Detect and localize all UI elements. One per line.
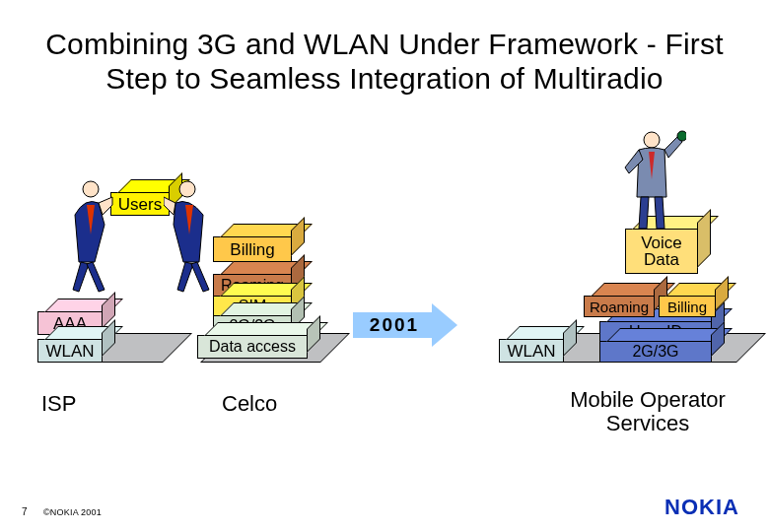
svg-point-0 <box>83 181 99 197</box>
person-isp <box>55 175 114 294</box>
copyright: ©NOKIA 2001 <box>43 507 102 517</box>
block-data-access: Data access <box>197 335 308 359</box>
title-line2: Step to Seamless Integration of Multirad… <box>105 62 663 95</box>
label-data-access: Data access <box>198 336 307 358</box>
svg-point-2 <box>179 181 195 197</box>
label-roaming-right: Roaming <box>585 297 654 316</box>
label-billing: Billing <box>214 237 291 261</box>
label-isp-caption: ISP <box>41 392 76 416</box>
person-mobile-operator <box>617 128 686 236</box>
label-2g3g-right: 2G/3G <box>600 342 711 362</box>
label-wlan-right: WLAN <box>500 340 563 362</box>
label-wlan: WLAN <box>38 340 102 362</box>
label-celco-caption: Celco <box>222 392 277 416</box>
svg-point-4 <box>644 132 660 148</box>
page-number: 7 <box>22 506 28 517</box>
block-roaming-right: Roaming <box>584 296 655 317</box>
label-users: Users <box>111 193 169 215</box>
arrow-2001: 2001 <box>353 303 457 347</box>
block-wlan: WLAN <box>37 339 103 363</box>
arrow-label: 2001 <box>353 312 432 338</box>
block-2g3g-right: 2G/3G <box>599 341 712 363</box>
block-billing-right: Billing <box>659 296 716 317</box>
label-billing-right: Billing <box>660 297 715 316</box>
title-line1: Combining 3G and WLAN Under Framework - … <box>45 28 724 60</box>
person-celco <box>164 175 223 294</box>
arrow-head-icon <box>432 303 457 347</box>
svg-point-5 <box>677 131 686 141</box>
nokia-logo: NOKIA <box>664 495 739 520</box>
slide-title: Combining 3G and WLAN Under Framework - … <box>0 28 769 96</box>
block-wlan-right: WLAN <box>499 339 564 363</box>
label-mobile-operator-services: Mobile Operator Services <box>544 388 751 435</box>
block-billing: Billing <box>213 236 292 262</box>
block-users: Users <box>110 192 170 216</box>
